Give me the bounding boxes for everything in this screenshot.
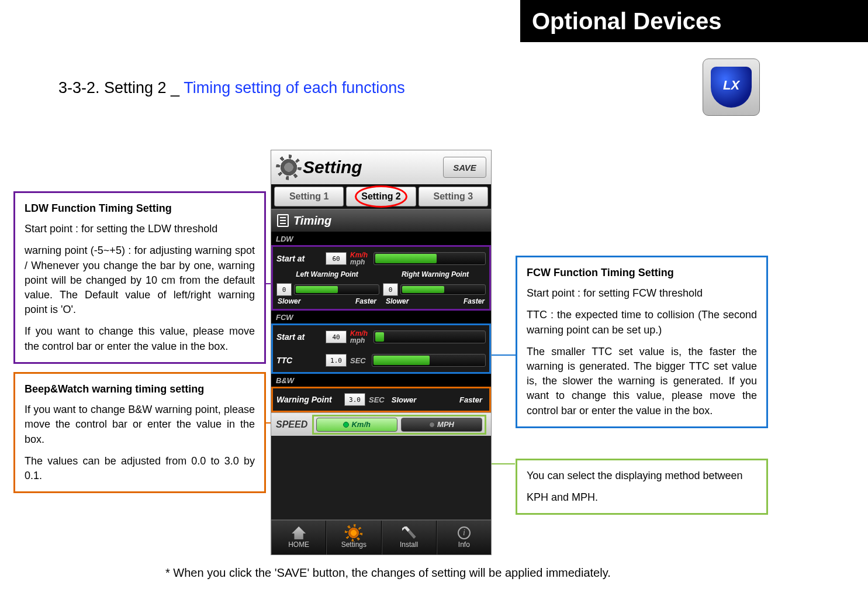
bw-faster: Faster — [459, 395, 482, 404]
fcw-ttc-label: TTC — [276, 356, 322, 365]
callout-bw: Beep&Watch warning timing setting If you… — [13, 372, 266, 493]
section-title-prefix: 3-3-2. Setting 2 _ — [58, 79, 184, 97]
ldw-header: LDW — [271, 232, 491, 245]
ldw-left-slider[interactable] — [294, 284, 379, 295]
ldw-start-label: Start at — [276, 254, 322, 263]
fcw-start-value[interactable]: 40 — [326, 331, 347, 343]
fcw-start-label: Start at — [276, 332, 322, 342]
nav-settings-label: Settings — [341, 541, 366, 549]
ldw-left-slower: Slower — [278, 297, 300, 308]
fcw-ttc-value[interactable]: 1.0 — [326, 354, 347, 367]
arrow-fcw — [490, 354, 516, 356]
phone-tabs: Setting 1 Setting 2 Setting 3 — [271, 184, 491, 209]
callout-speed-p2: KPH and MPH. — [527, 490, 757, 505]
fcw-ttc-slider[interactable] — [372, 354, 486, 367]
tab-setting-2-label: Setting 2 — [361, 191, 401, 202]
lx-shield-icon — [711, 67, 752, 108]
fcw-header: FCW — [271, 311, 491, 323]
lx-badge — [703, 58, 760, 116]
nav-install-label: Install — [400, 541, 418, 549]
list-icon — [277, 214, 289, 227]
ldw-start-value[interactable]: 60 — [326, 252, 347, 265]
callout-ldw-p3: If you want to change this value, please… — [25, 324, 255, 353]
speed-mph-text: MPH — [437, 420, 454, 429]
nav-settings[interactable]: Settings — [326, 521, 381, 555]
speed-option-mph[interactable]: MPH — [401, 418, 482, 432]
ldw-start-slider[interactable] — [374, 252, 486, 265]
callout-ldw-p2: warning point (-5~+5) : for adjusting wa… — [25, 243, 255, 317]
callout-bw-p1: If you want to change B&W warning point,… — [25, 402, 255, 447]
section-title-blue: Timing setting of each functions — [184, 79, 405, 97]
nav-install[interactable]: Install — [382, 521, 437, 555]
section-title: 3-3-2. Setting 2 _ Timing setting of eac… — [58, 79, 405, 97]
bw-label: Warning Point — [276, 395, 341, 404]
callout-ldw-title: LDW Function Timing Setting — [25, 201, 255, 216]
unit-mph: mph — [350, 259, 368, 266]
bw-value[interactable]: 3.0 — [344, 393, 365, 406]
fcw-sec-label: SEC — [350, 356, 366, 365]
callout-fcw-title: FCW Function Timing Setting — [527, 266, 757, 280]
bottom-nav: HOME Settings Install iInfo — [271, 519, 491, 555]
speed-row: SPEED Km/h MPH — [271, 412, 491, 436]
arrow-speed — [489, 463, 515, 464]
fcw-units: Km/h mph — [350, 330, 368, 344]
speed-options: Km/h MPH — [312, 415, 486, 435]
footnote: * When you click the 'SAVE' button, the … — [165, 566, 611, 580]
nav-info[interactable]: iInfo — [437, 521, 491, 555]
bw-header: B&W — [271, 374, 491, 387]
ldw-left-value[interactable]: 0 — [276, 283, 292, 296]
ldw-right-slider[interactable] — [400, 284, 486, 295]
ldw-units: Km/h mph — [350, 252, 368, 266]
callout-ldw: LDW Function Timing Setting Start point … — [13, 191, 266, 364]
speed-label: SPEED — [276, 419, 307, 430]
callout-fcw-p2: TTC : the expected time to collision (Th… — [527, 308, 757, 337]
callout-speed-p1: You can select the displaying method bet… — [527, 469, 757, 483]
fcw-start-slider[interactable] — [374, 331, 486, 343]
settings-icon — [347, 526, 361, 539]
nav-home-label: HOME — [288, 541, 309, 549]
tab-setting-2[interactable]: Setting 2 — [346, 187, 416, 206]
save-button[interactable]: SAVE — [443, 157, 486, 178]
bw-box: Warning Point 3.0 SEC Slower Faster — [271, 387, 491, 412]
nav-info-label: Info — [458, 541, 470, 549]
section-timing-label: Timing — [293, 214, 331, 228]
fcw-box: Start at 40 Km/h mph TTC 1.0 SEC — [271, 323, 491, 374]
header-bar: Optional Devices — [520, 0, 868, 42]
callout-fcw-p1: Start point : for setting FCW threshold — [527, 286, 757, 301]
ldw-left-faster: Faster — [355, 297, 376, 308]
bw-slower: Slower — [392, 395, 417, 404]
callout-fcw: FCW Function Timing Setting Start point … — [516, 256, 768, 428]
phone-titlebar: Setting SAVE — [271, 150, 491, 184]
callout-ldw-p1: Start point : for setting the LDW thresh… — [25, 222, 255, 236]
ldw-right-label: Right Warning Point — [381, 270, 489, 283]
nav-home[interactable]: HOME — [271, 521, 326, 555]
ldw-right-faster: Faster — [464, 297, 485, 308]
callout-bw-title: Beep&Watch warning timing setting — [25, 382, 255, 397]
callout-bw-p2: The values can be adjusted from 0.0 to 3… — [25, 454, 255, 483]
install-icon — [402, 526, 416, 539]
callout-speed: You can select the displaying method bet… — [516, 459, 768, 515]
info-icon: i — [458, 526, 471, 539]
gear-icon — [278, 157, 299, 178]
ldw-right-value[interactable]: 0 — [383, 283, 398, 296]
speed-option-kmh[interactable]: Km/h — [316, 418, 397, 432]
section-timing: Timing — [271, 209, 491, 232]
callout-fcw-p3: The smaller TTC set value is, the faster… — [527, 345, 757, 418]
speed-kmh-text: Km/h — [351, 420, 371, 429]
fcw-unit-mph: mph — [350, 337, 368, 344]
phone-screen: Setting SAVE Setting 1 Setting 2 Setting… — [271, 150, 492, 555]
bw-sec-label: SEC — [369, 395, 385, 404]
tab-setting-3[interactable]: Setting 3 — [419, 187, 488, 206]
ldw-left-label: Left Warning Point — [273, 270, 381, 283]
header-title: Optional Devices — [532, 8, 722, 35]
home-icon — [292, 526, 306, 539]
ldw-right-slower: Slower — [386, 297, 409, 308]
ldw-box: Start at 60 Km/h mph Left Warning Point … — [271, 245, 491, 311]
phone-title: Setting — [303, 157, 440, 177]
tab-setting-1[interactable]: Setting 1 — [274, 187, 344, 206]
